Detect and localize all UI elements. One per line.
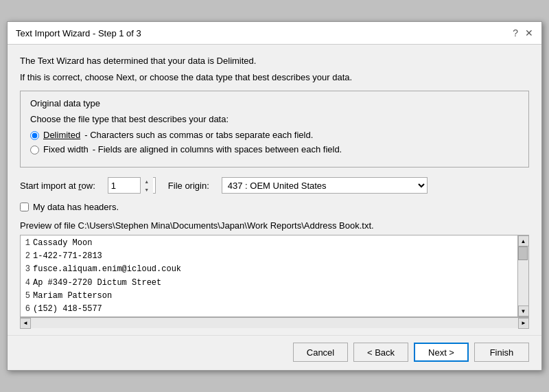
preview-line: 3fusce.aliquam.enim@icloud.couk (21, 263, 517, 276)
line-number: 4 (21, 277, 32, 290)
preview-content: 1Cassady Moon21-422-771-28133fusce.aliqu… (21, 235, 517, 316)
title-bar-controls: ? ✕ (513, 27, 533, 38)
cancel-button[interactable]: Cancel (293, 343, 348, 362)
file-origin-label: File origin: (168, 181, 209, 191)
scroll-right-arrow[interactable]: ► (518, 318, 529, 329)
preview-section: Preview of file C:\Users\Stephen Mina\Do… (20, 220, 529, 328)
headers-checkbox-row: My data has headers. (20, 202, 529, 212)
line-number: 5 (21, 290, 32, 303)
headers-checkbox-label[interactable]: My data has headers. (33, 202, 119, 212)
preview-line: 6(152) 418-5577 (21, 303, 517, 316)
group-box-subtitle: Choose the file type that best describes… (30, 114, 519, 124)
preview-label: Preview of file C:\Users\Stephen Mina\Do… (20, 220, 529, 231)
help-icon[interactable]: ? (513, 27, 518, 38)
scroll-down-arrow[interactable]: ▼ (518, 305, 529, 316)
start-row-input[interactable] (108, 178, 140, 193)
start-import-label: Start import at row: (20, 181, 95, 191)
line-content: (152) 418-5577 (32, 303, 102, 316)
line-content: Mariam Patterson (32, 290, 112, 303)
group-box-label: Original data type (30, 98, 519, 108)
spinner-buttons: ▲ ▼ (140, 177, 153, 194)
preview-line: 21-422-771-2813 (21, 250, 517, 263)
scroll-track-vertical[interactable] (518, 246, 528, 305)
original-data-type-group: Original data type Choose the file type … (20, 91, 529, 168)
preview-box: 1Cassady Moon21-422-771-28133fusce.aliqu… (20, 235, 529, 317)
preview-line: 5Mariam Patterson (21, 290, 517, 303)
file-origin-select[interactable]: 437 : OEM United States 65001 : Unicode … (222, 177, 428, 194)
line-number: 2 (21, 250, 32, 263)
scroll-track-horizontal[interactable] (31, 318, 518, 328)
line-content: 1-422-771-2813 (32, 250, 102, 263)
scroll-left-arrow[interactable]: ◄ (20, 318, 31, 329)
delimited-desc: - Characters such as commas or tabs sepa… (84, 130, 313, 140)
line-content: Cassady Moon (32, 237, 92, 250)
headers-checkbox[interactable] (20, 203, 29, 211)
delimited-label-text: Delimited (43, 130, 80, 140)
scroll-thumb-vertical[interactable] (518, 246, 528, 260)
intro-line2: If this is correct, choose Next, or choo… (20, 71, 529, 84)
start-row-spinner[interactable]: ▲ ▼ (108, 177, 156, 194)
line-number: 3 (21, 263, 32, 276)
delimited-radio[interactable] (30, 131, 39, 140)
line-number: 6 (21, 303, 32, 316)
fixed-width-option-row: Fixed width - Fields are aligned in colu… (30, 144, 519, 154)
text-import-dialog: Text Import Wizard - Step 1 of 3 ? ✕ The… (7, 21, 542, 371)
finish-button[interactable]: Finish (474, 343, 529, 362)
scroll-up-arrow[interactable]: ▲ (518, 235, 529, 246)
preview-line: 4Ap #349-2720 Dictum Street (21, 277, 517, 290)
button-row: Cancel < Back Next > Finish (8, 335, 541, 370)
spinner-down-button[interactable]: ▼ (141, 185, 153, 194)
line-number: 1 (21, 237, 32, 250)
row-settings: Start import at row: ▲ ▼ File origin: 43… (20, 177, 529, 194)
fixed-width-radio[interactable] (30, 146, 39, 154)
horizontal-scrollbar[interactable]: ◄ ► (20, 317, 529, 328)
vertical-scrollbar[interactable]: ▲ ▼ (517, 235, 528, 316)
next-button[interactable]: Next > (414, 343, 469, 362)
intro-line1: The Text Wizard has determined that your… (20, 54, 529, 68)
dialog-title: Text Import Wizard - Step 1 of 3 (16, 28, 141, 38)
preview-line: 1Cassady Moon (21, 237, 517, 250)
back-button[interactable]: < Back (353, 343, 408, 362)
fixed-width-label-text: Fixed width (43, 144, 89, 154)
line-content: fusce.aliquam.enim@icloud.couk (32, 263, 181, 276)
fixed-width-label[interactable]: Fixed width (43, 144, 89, 154)
line-content: Ap #349-2720 Dictum Street (32, 277, 161, 290)
delimited-option-row: Delimited - Characters such as commas or… (30, 130, 519, 140)
dialog-body: The Text Wizard has determined that your… (8, 45, 541, 335)
fixed-width-desc: - Fields are aligned in columns with spa… (93, 144, 342, 154)
close-icon[interactable]: ✕ (525, 27, 533, 38)
spinner-up-button[interactable]: ▲ (141, 177, 153, 185)
delimited-label[interactable]: Delimited (43, 130, 80, 140)
title-bar: Text Import Wizard - Step 1 of 3 ? ✕ (8, 22, 541, 45)
